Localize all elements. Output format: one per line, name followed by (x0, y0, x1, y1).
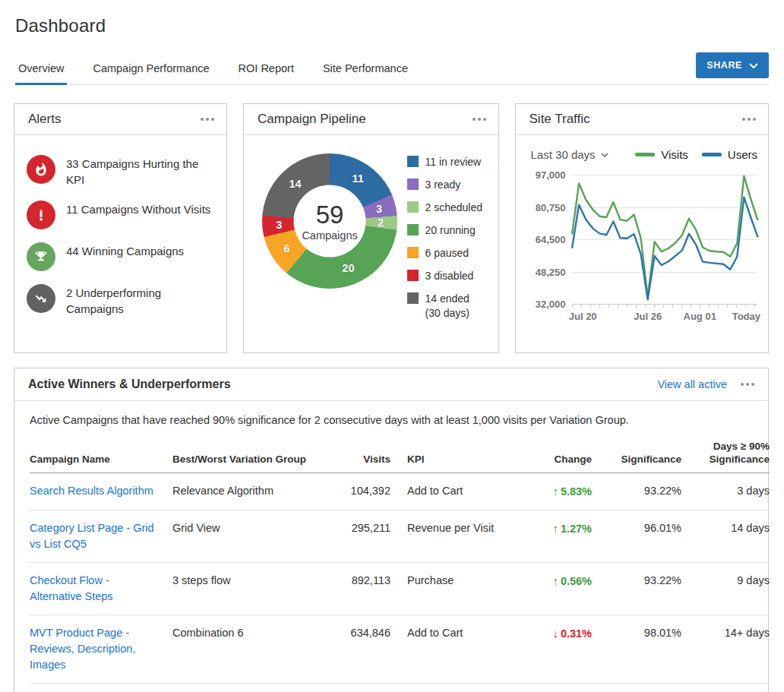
winners-menu-ellipsis-icon[interactable] (739, 380, 756, 389)
donut-slice-value: 20 (342, 262, 354, 274)
share-button-label: SHARE (707, 60, 742, 71)
days-cell: 14 days (681, 510, 770, 563)
winners-description: Active Campaigns that have reached 90% s… (14, 401, 768, 429)
alerts-card-title: Alerts (28, 112, 61, 127)
view-all-active-link[interactable]: View all active (657, 378, 727, 390)
donut-slice-value: 2 (378, 216, 384, 229)
legend-item-running: 20 running (407, 223, 486, 238)
tab-roi-report[interactable]: ROI Report (236, 55, 297, 84)
tab-overview[interactable]: Overview (15, 55, 67, 84)
change-cell: ↑1.27% (552, 523, 592, 535)
table-row: Search Results Algorithm Relevance Algor… (30, 473, 770, 510)
pipeline-card-header: Campaign Pipeline (244, 104, 498, 135)
traffic-body: Last 30 days Visits Users 97,000 80,750 … (516, 135, 768, 331)
col-significance: Significance (592, 429, 681, 473)
days-cell: 9 days (681, 563, 770, 615)
change-cell: ↑5.83% (552, 485, 592, 498)
significance-cell: 96.01% (592, 510, 681, 563)
date-range-label: Last 30 days (531, 148, 596, 161)
legend-item-visits: Visits (635, 148, 688, 161)
legend-item-in-review: 11 in review (407, 155, 486, 169)
table-row: Category List Page - Grid vs List CQ5 Gr… (30, 510, 770, 563)
legend-swatch (407, 292, 419, 304)
pipeline-total-value: 59 (316, 201, 344, 227)
tab-site-performance[interactable]: Site Performance (320, 55, 411, 84)
alerts-card: Alerts 33 Campaigns Hurting the KPI 11 C… (14, 103, 227, 353)
flame-icon (27, 155, 55, 184)
alert-text: 44 Winning Campaigns (66, 242, 184, 259)
visits-cell: 1,505,999 (328, 684, 390, 692)
donut-slice-value: 6 (283, 242, 289, 254)
legend-swatch (635, 153, 655, 156)
variation-group-cell: 3 steps flow (172, 563, 328, 615)
tab-campaign-performance[interactable]: Campaign Performance (90, 55, 212, 84)
visits-cell: 295,211 (328, 510, 390, 563)
donut-slice-value: 3 (276, 219, 282, 231)
campaign-link[interactable]: Search Results Algorithm (30, 485, 153, 497)
legend-swatch (407, 179, 419, 190)
alert-item-winning: 44 Winning Campaigns (27, 242, 213, 271)
winners-table: Campaign Name Best/Worst Variation Group… (30, 429, 770, 692)
legend-item-disabled: 3 disabled (407, 269, 486, 283)
x-tick-label: Today (732, 311, 760, 322)
col-days-significance: Days ≥ 90% Significance (681, 429, 770, 473)
donut-slice-value: 14 (289, 178, 302, 190)
traffic-legend: Visits Users (635, 148, 757, 161)
traffic-chart: 97,000 80,750 64,500 48,250 32,000 (531, 175, 757, 304)
legend-label: 20 running (425, 223, 486, 238)
legend-label: Users (728, 148, 757, 161)
legend-label: 3 disabled (425, 269, 486, 283)
traffic-plot-area (572, 175, 757, 304)
active-winners-card: Active Winners & Underperformers View al… (14, 368, 769, 692)
legend-item-users: Users (702, 148, 757, 161)
days-cell: 8 days (681, 684, 770, 692)
exclamation-icon (27, 201, 55, 229)
winners-card-title: Active Winners & Underperformers (28, 378, 231, 391)
pipeline-total-label: Campaigns (302, 229, 357, 241)
significance-cell: 93.22% (592, 563, 681, 615)
traffic-menu-ellipsis-icon[interactable] (741, 115, 757, 124)
y-tick-label: 80,750 (536, 201, 566, 213)
page-title: Dashboard (0, 0, 784, 36)
variation-group-cell: Certona (172, 684, 328, 692)
share-button[interactable]: SHARE (696, 52, 769, 78)
alert-item-hurting: 33 Campaigns Hurting the KPI (27, 155, 213, 188)
legend-label: 11 in review (425, 155, 486, 169)
x-tick-label: Jul 26 (634, 311, 662, 322)
pipeline-body: 59 Campaigns 1132206314 11 in review 3 r… (244, 135, 498, 321)
trend-down-icon (27, 284, 55, 313)
site-traffic-card: Site Traffic Last 30 days Visits Users (515, 103, 769, 353)
legend-swatch (407, 224, 419, 235)
alerts-menu-ellipsis-icon[interactable] (199, 115, 216, 124)
col-visits: Visits (328, 429, 390, 473)
dashboard-page: Dashboard Overview Campaign Performance … (0, 0, 784, 692)
table-row: Checkout Flow - Alternative Steps 3 step… (30, 563, 770, 615)
alerts-card-header: Alerts (14, 104, 226, 135)
legend-label: 14 ended (30 days) (425, 292, 486, 321)
visits-cell: 104,392 (328, 473, 390, 510)
y-tick-label: 97,000 (536, 169, 566, 181)
pipeline-menu-ellipsis-icon[interactable] (471, 115, 488, 124)
date-range-dropdown[interactable]: Last 30 days (531, 148, 609, 161)
winners-card-header: Active Winners & Underperformers View al… (14, 368, 768, 401)
campaign-link[interactable]: Category List Page - Grid vs List CQ5 (30, 522, 154, 550)
legend-label: 6 paused (425, 246, 486, 261)
x-tick-label: Jul 20 (569, 311, 597, 322)
col-variation-group: Best/Worst Variation Group (172, 429, 328, 473)
donut-slice-value: 3 (376, 203, 382, 215)
legend-label: 3 ready (425, 178, 486, 192)
x-tick-label: Aug 01 (684, 311, 716, 322)
pipeline-donut-center: 59 Campaigns (294, 185, 366, 258)
campaign-link[interactable]: MVT Product Page - Reviews, Description,… (30, 627, 135, 671)
traffic-card-header: Site Traffic (516, 104, 768, 135)
kpi-cell: Revenue per Visit (390, 510, 518, 563)
donut-slice-value: 11 (352, 172, 363, 185)
campaign-pipeline-card: Campaign Pipeline 59 Campaigns 113220631… (243, 103, 498, 353)
campaign-link[interactable]: Checkout Flow - Alternative Steps (30, 574, 113, 602)
legend-swatch (702, 153, 722, 156)
variation-group-cell: Grid View (172, 510, 328, 563)
traffic-svg (572, 175, 757, 304)
legend-swatch (407, 201, 419, 213)
legend-swatch (407, 156, 419, 167)
chevron-down-icon (749, 63, 758, 68)
